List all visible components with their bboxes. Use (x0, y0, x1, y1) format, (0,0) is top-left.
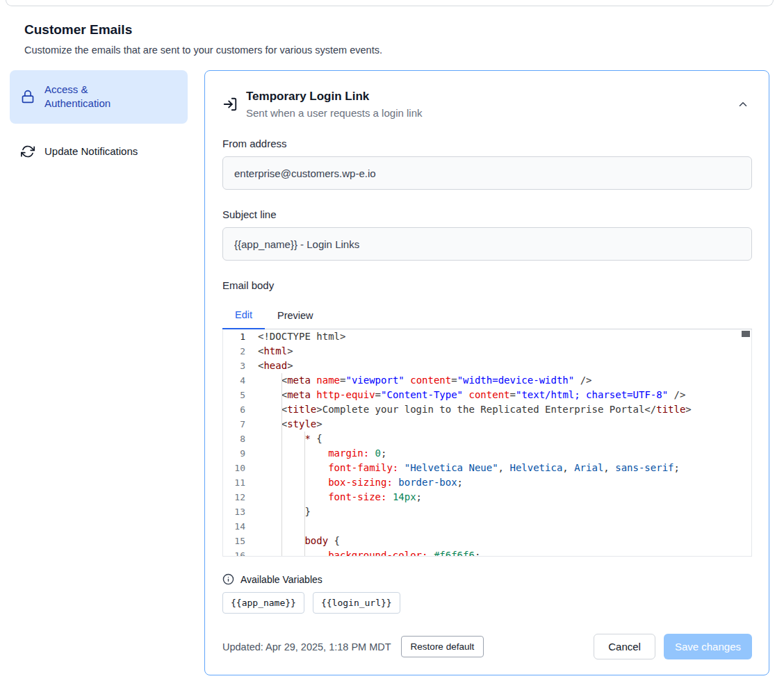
editor-tabs: Edit Preview (222, 302, 752, 329)
line-number: 8 (223, 432, 255, 446)
email-body-label: Email body (222, 279, 752, 291)
indent-guide (281, 373, 282, 556)
line-number: 10 (223, 461, 255, 475)
line-number: 6 (223, 402, 255, 417)
code-line[interactable]: 16 background-color: #f6f6f6; (223, 548, 751, 557)
code-text: font-size: 14px; (255, 490, 422, 504)
code-line[interactable]: 8 * { (223, 432, 751, 446)
code-text: margin: 0; (255, 446, 386, 461)
code-text: <title>Complete your login to the Replic… (255, 402, 692, 417)
top-divider (6, 0, 774, 6)
sidebar-item-update-notifications[interactable]: Update Notifications (10, 135, 188, 168)
editor-lines: 1<!DOCTYPE html>2<html>3<head>4 <meta na… (223, 329, 751, 557)
line-number: 12 (223, 490, 255, 504)
code-line[interactable]: 14 (223, 519, 751, 534)
tab-edit[interactable]: Edit (222, 302, 265, 329)
line-number: 11 (223, 475, 255, 490)
code-text: font-family: "Helvetica Neue", Helvetica… (255, 461, 680, 475)
subject-input[interactable] (222, 227, 752, 261)
line-number: 7 (223, 417, 255, 432)
line-number: 2 (223, 344, 255, 359)
cancel-button[interactable]: Cancel (594, 634, 655, 659)
available-variables-label: Available Variables (240, 574, 322, 585)
code-line[interactable]: 9 margin: 0; (223, 446, 751, 461)
lock-icon (21, 90, 35, 104)
line-number: 9 (223, 446, 255, 461)
code-line[interactable]: 10 font-family: "Helvetica Neue", Helvet… (223, 461, 751, 475)
line-number: 13 (223, 504, 255, 519)
sidebar-item-label: Update Notifications (44, 145, 138, 158)
line-number: 3 (223, 359, 255, 373)
code-line[interactable]: 12 font-size: 14px; (223, 490, 751, 504)
code-line[interactable]: 13 } (223, 504, 751, 519)
code-text (255, 519, 258, 534)
page-header: Customer Emails Customize the emails tha… (0, 6, 784, 56)
line-number: 5 (223, 388, 255, 402)
card-footer: Updated: Apr 29, 2025, 1:18 PM MDT Resto… (222, 634, 752, 659)
line-number: 14 (223, 519, 255, 534)
code-text: <meta name="viewport" content="width=dev… (255, 373, 592, 388)
code-text: * { (255, 432, 322, 446)
info-icon (222, 573, 234, 585)
code-line[interactable]: 4 <meta name="viewport" content="width=d… (223, 373, 751, 388)
line-number: 4 (223, 373, 255, 388)
code-editor[interactable]: 1<!DOCTYPE html>2<html>3<head>4 <meta na… (222, 329, 752, 557)
line-number: 15 (223, 534, 255, 548)
login-icon (222, 97, 238, 112)
code-line[interactable]: 5 <meta http-equiv="Content-Type" conten… (223, 388, 751, 402)
code-text: box-sizing: border-box; (255, 475, 463, 490)
card-subtitle: Sent when a user requests a login link (246, 107, 726, 119)
code-text: } (255, 504, 311, 519)
settings-sidebar: Access & Authentication Update Notificat… (10, 70, 188, 168)
subject-line-label: Subject line (222, 208, 752, 220)
line-number: 1 (223, 329, 255, 344)
code-text: <!DOCTYPE html> (255, 329, 345, 344)
card-header: Temporary Login Link Sent when a user re… (222, 89, 752, 119)
code-line[interactable]: 2<html> (223, 344, 751, 359)
chevron-up-icon (737, 98, 749, 110)
code-text: <style> (255, 417, 322, 432)
code-line[interactable]: 11 box-sizing: border-box; (223, 475, 751, 490)
line-number: 16 (223, 548, 255, 557)
from-address-label: From address (222, 138, 752, 149)
from-address-input[interactable] (222, 156, 752, 190)
indent-guide (304, 432, 305, 556)
save-changes-button[interactable]: Save changes (664, 634, 752, 659)
code-line[interactable]: 3<head> (223, 359, 751, 373)
tab-preview[interactable]: Preview (265, 302, 326, 329)
sidebar-item-access-authentication[interactable]: Access & Authentication (10, 70, 188, 124)
code-text: <meta http-equiv="Content-Type" content=… (255, 388, 685, 402)
sidebar-item-label: Access & Authentication (44, 83, 111, 111)
collapse-button[interactable] (734, 95, 752, 113)
editor-scrollbar-thumb[interactable] (742, 331, 750, 337)
code-text: <head> (255, 359, 293, 373)
card-title: Temporary Login Link (246, 89, 726, 104)
updated-timestamp: Updated: Apr 29, 2025, 1:18 PM MDT (222, 641, 391, 653)
code-line[interactable]: 7 <style> (223, 417, 751, 432)
page-subtitle: Customize the emails that are sent to yo… (24, 44, 760, 56)
page-title: Customer Emails (24, 22, 760, 38)
code-text: body { (255, 534, 340, 548)
code-text: background-color: #f6f6f6; (255, 548, 480, 557)
code-text: <html> (255, 344, 293, 359)
variable-chip-app-name[interactable]: {{app_name}} (222, 592, 304, 614)
restore-default-button[interactable]: Restore default (401, 636, 484, 657)
code-line[interactable]: 6 <title>Complete your login to the Repl… (223, 402, 751, 417)
code-line[interactable]: 15 body { (223, 534, 751, 548)
variable-chip-login-url[interactable]: {{login_url}} (313, 592, 400, 614)
refresh-icon (21, 145, 35, 158)
code-line[interactable]: 1<!DOCTYPE html> (223, 329, 751, 344)
email-settings-card: Temporary Login Link Sent when a user re… (204, 70, 769, 675)
